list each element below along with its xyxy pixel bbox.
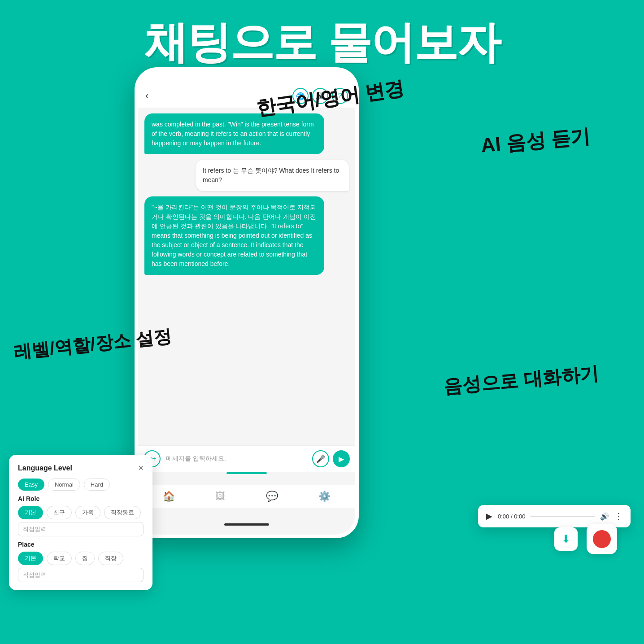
nav-home-icon[interactable]: 🏠	[163, 491, 175, 502]
chat-input-bar: ≡+ 메세지를 입력하세요. 🎤 ▶	[138, 445, 355, 472]
panel-header: Language Level ×	[18, 463, 144, 473]
audio-play-button[interactable]: ▶	[486, 511, 492, 521]
record-dot	[593, 530, 611, 548]
language-level-panel: Language Level × Easy Normal Hard Ai Rol…	[9, 455, 152, 590]
annotation-ai-voice: AI 음성 듣기	[479, 123, 591, 159]
level-hard-tag[interactable]: Hard	[84, 479, 110, 491]
place-options-row: 기본 학교 집 직장	[18, 552, 144, 565]
nav-gallery-icon[interactable]: 🖼	[215, 491, 225, 502]
place-label: Place	[18, 541, 144, 548]
bottom-navigation: 🏠 🖼 💬 ⚙️	[138, 485, 355, 508]
message-ai-2: "~을 가리킨다"는 어떤 것이 문장의 주어나 목적어로 지적되거나 확인된다…	[144, 196, 324, 275]
page-title: 채팅으로 물어보자	[0, 13, 644, 73]
level-normal-tag[interactable]: Normal	[48, 479, 80, 491]
back-button[interactable]: ‹	[145, 90, 148, 102]
place-basic-tag[interactable]: 기본	[18, 552, 43, 565]
level-easy-tag[interactable]: Easy	[18, 479, 44, 491]
nav-chat-icon[interactable]: 💬	[266, 491, 278, 502]
panel-title: Language Level	[18, 464, 72, 472]
place-direct-input[interactable]: 직접입력	[18, 568, 144, 582]
ai-role-basic-tag[interactable]: 기본	[18, 506, 43, 519]
audio-progress-bar[interactable]	[531, 516, 595, 517]
annotation-voice-chat: 음성으로 대화하기	[443, 361, 600, 400]
download-button[interactable]: ⬇	[554, 527, 578, 551]
header-left: ‹	[145, 90, 148, 102]
scroll-indicator	[226, 472, 267, 474]
audio-time-display: 0:00 / 0:00	[498, 513, 525, 520]
ai-role-options-row: 기본 친구 가족 직장동료	[18, 506, 144, 519]
message-input-placeholder[interactable]: 메세지를 입력하세요.	[164, 452, 309, 466]
place-school-tag[interactable]: 학교	[47, 552, 72, 565]
mic-button[interactable]: 🎤	[312, 450, 329, 467]
panel-close-button[interactable]: ×	[138, 463, 144, 473]
ai-role-colleague-tag[interactable]: 직장동료	[104, 506, 141, 519]
ai-role-family-tag[interactable]: 가족	[75, 506, 100, 519]
ai-role-direct-input[interactable]: 직접입력	[18, 522, 144, 536]
message-user-1: It refers to 는 무슨 뜻이야? What does It refe…	[196, 160, 349, 191]
audio-more-button[interactable]: ⋮	[614, 511, 622, 521]
status-bar	[138, 71, 355, 84]
home-indicator	[224, 523, 269, 526]
record-button[interactable]	[587, 524, 617, 554]
chat-messages: was completed in the past. "Win" is the …	[138, 108, 355, 280]
phone-inner: ‹ 🌐 🔊 ? was completed in the past. "Win"…	[138, 71, 355, 535]
audio-volume-icon[interactable]: 🔊	[600, 512, 609, 521]
level-options-row: Easy Normal Hard	[18, 479, 144, 491]
message-ai-1: was completed in the past. "Win" is the …	[144, 113, 324, 154]
place-work-tag[interactable]: 직장	[98, 552, 123, 565]
download-icon: ⬇	[561, 533, 570, 545]
ai-role-label: Ai Role	[18, 495, 144, 502]
place-home-tag[interactable]: 집	[75, 552, 95, 565]
phone-mockup: ‹ 🌐 🔊 ? was completed in the past. "Win"…	[135, 67, 359, 538]
send-button[interactable]: ▶	[333, 450, 350, 467]
record-panel: ⬇	[554, 524, 617, 554]
nav-settings-icon[interactable]: ⚙️	[318, 491, 331, 502]
ai-role-friend-tag[interactable]: 친구	[47, 506, 72, 519]
